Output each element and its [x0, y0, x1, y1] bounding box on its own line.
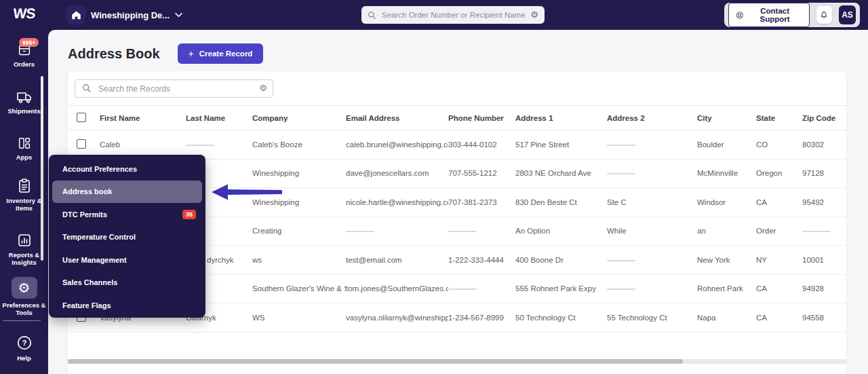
menu-item-feature-flags[interactable]: Feature Flags — [49, 294, 205, 317]
records-search-input[interactable] — [75, 79, 273, 98]
company-selector[interactable]: Wineshipping De... — [66, 5, 182, 24]
cell-state: CA — [756, 314, 802, 322]
horizontal-scrollbar — [68, 359, 846, 364]
column-header[interactable]: Last Name — [186, 114, 252, 122]
create-record-label: Create Record — [199, 50, 253, 58]
global-search-input[interactable] — [361, 6, 545, 24]
cell-state: Oregon — [756, 169, 802, 177]
cell-state: CO — [756, 141, 802, 149]
menu-item-user-management[interactable]: User Management — [49, 248, 205, 272]
cell-addr1: 400 Boone Dr — [515, 256, 607, 264]
notifications-button[interactable] — [816, 6, 832, 24]
column-header[interactable]: Address 2 — [607, 114, 697, 122]
gear-icon: ⚙ — [12, 277, 37, 299]
cell-state: Order — [756, 227, 802, 235]
column-header[interactable]: Company — [252, 114, 346, 122]
dtc-permits-badge: 35 — [182, 210, 196, 219]
menu-item-temperature-control[interactable]: Temperature Control — [49, 226, 205, 249]
contact-support-button[interactable]: Contact Support — [728, 3, 810, 27]
select-all-checkbox[interactable] — [77, 113, 86, 122]
records-search: ⚙ — [75, 79, 273, 98]
filter-settings-icon[interactable]: ⚙ — [259, 83, 267, 93]
help-icon: ? — [16, 334, 33, 352]
company-name: Wineshipping De... — [91, 10, 170, 20]
cell-zip: 10001 — [802, 256, 846, 264]
menu-item-dtc-permits[interactable]: DTC Permits 35 — [49, 203, 205, 226]
cell-phone — [448, 284, 515, 293]
empty-value-dash — [802, 231, 831, 232]
cell-email: dave@jonescellars.com — [346, 169, 448, 177]
annotation-arrow-left — [212, 183, 283, 201]
create-record-button[interactable]: + Create Record — [178, 43, 264, 64]
cell-zip: 97128 — [802, 169, 846, 177]
cell-city: New York — [697, 256, 756, 264]
page-title: Address Book — [68, 46, 160, 62]
sidebar-item-orders[interactable]: 999+ Orders — [0, 43, 48, 68]
sidebar-item-label: Orders — [0, 60, 48, 68]
menu-item-account-preferences[interactable]: Account Preferences — [49, 157, 205, 181]
cell-addr1: 830 Den Beste Ct — [515, 198, 607, 206]
menu-item-label: Account Preferences — [62, 165, 137, 173]
cell-zip — [802, 227, 846, 235]
column-header[interactable]: Zip Code — [802, 114, 846, 122]
cell-addr2: Ste C — [607, 198, 697, 206]
menu-item-label: User Management — [62, 256, 127, 264]
column-header[interactable]: Address 1 — [515, 114, 607, 122]
cell-company: ws — [252, 256, 346, 264]
cell-zip: 95492 — [802, 198, 846, 206]
sidebar-item-preferences[interactable]: ⚙ Preferences & Tools — [0, 277, 48, 317]
bar-chart-icon — [16, 232, 33, 248]
cell-email: nicole.hartle@wineshipping.com — [346, 198, 448, 206]
cell-email: caleb.brunel@wineshipping.com — [346, 141, 448, 149]
cell-city: Rohnert Park — [697, 284, 756, 293]
column-header[interactable]: Phone Number — [448, 114, 515, 122]
column-header[interactable]: City — [697, 114, 756, 122]
chevron-down-icon — [175, 13, 182, 18]
scrollbar-thumb[interactable] — [68, 359, 683, 364]
svg-text:?: ? — [22, 339, 26, 347]
cell-addr1: 50 Technology Ct — [515, 314, 607, 322]
cell-zip: 94558 — [802, 314, 846, 322]
orders-count-badge: 999+ — [19, 38, 39, 47]
cell-addr1: An Option — [515, 227, 607, 235]
topbar-actions: Contact Support AS — [724, 3, 860, 27]
empty-value-dash — [448, 231, 477, 232]
column-header[interactable]: State — [756, 114, 802, 122]
plus-icon: + — [189, 49, 194, 58]
contact-support-label: Contact Support — [748, 7, 802, 23]
cell-phone — [448, 227, 515, 235]
menu-item-sales-channels[interactable]: Sales Channels — [49, 272, 205, 295]
brand-logo: WS — [0, 5, 49, 22]
cell-phone: 1-234-567-8999 — [448, 314, 515, 322]
cell-zip: 80302 — [802, 141, 846, 149]
cell-city: Windsor — [697, 198, 756, 206]
cell-last — [186, 141, 252, 149]
cell-state: NY — [756, 256, 802, 264]
menu-item-label: Feature Flags — [62, 301, 111, 310]
apps-grid-icon — [16, 136, 33, 151]
row-checkbox[interactable] — [77, 139, 86, 149]
empty-value-dash — [607, 145, 635, 146]
sidebar-item-help[interactable]: ? Help — [0, 334, 48, 362]
home-icon — [66, 5, 85, 24]
menu-item-label: Address book — [62, 187, 112, 195]
search-settings-icon[interactable]: ⚙ — [530, 10, 538, 20]
menu-item-label: Sales Channels — [62, 278, 117, 286]
sidebar-scrollbar[interactable] — [41, 76, 43, 261]
empty-value-dash — [346, 231, 374, 232]
avatar[interactable]: AS — [839, 5, 856, 24]
cell-addr1: 555 Rohnert Park Expy — [515, 284, 607, 293]
column-header[interactable]: Email Address — [346, 114, 448, 122]
sidebar: WS 999+ Orders Shipments Apps Inventory … — [0, 0, 48, 374]
cell-email: test@email.com — [346, 256, 448, 264]
column-header[interactable]: First Name — [100, 114, 186, 122]
cell-addr2: While — [607, 227, 697, 235]
cell-phone: 707-555-1212 — [448, 169, 515, 177]
empty-value-dash — [186, 145, 214, 146]
cell-city: Napa — [697, 314, 756, 322]
cell-email: tom.jones@SouthernGlazes.com — [346, 284, 448, 293]
cell-first: Caleb — [100, 141, 186, 149]
cell-company: WS — [252, 314, 346, 322]
search-icon — [368, 10, 376, 22]
menu-item-address-book[interactable]: Address book — [52, 181, 202, 204]
